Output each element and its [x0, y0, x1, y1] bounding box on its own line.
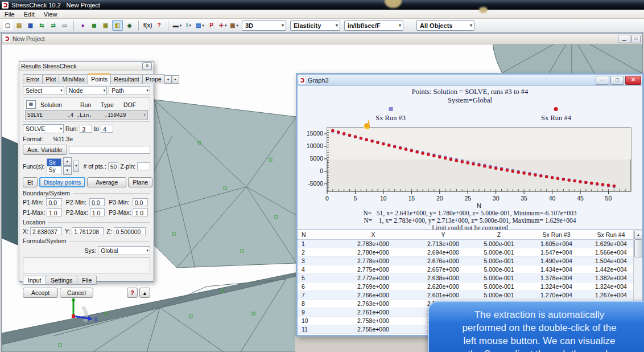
dimension-combo[interactable]: 3D▾ [242, 21, 286, 31]
pmax-field-2[interactable]: 1.0 [90, 208, 105, 216]
spinner-up-icon[interactable]: ▲ [63, 157, 72, 166]
shield-icon[interactable]: ◆ [125, 21, 134, 30]
table-row[interactable]: 42.775e+0002.657e+0005.000e-0011.434e+00… [298, 265, 642, 274]
bottom-tab-input[interactable]: Input [23, 276, 46, 285]
system-combo[interactable]: Global ▾ [98, 246, 150, 255]
graph-maximize-button[interactable]: □ [610, 76, 624, 85]
tab-minmax[interactable]: Min/Max [59, 74, 88, 84]
tab-scroll-left-icon[interactable]: ◂ [164, 75, 172, 84]
graph-minimize-button[interactable]: — [596, 76, 609, 85]
function-listbox[interactable]: SxSy [47, 158, 61, 174]
theory-combo[interactable]: Elasticity▾ [290, 21, 340, 31]
funcs-label: Func(s): [23, 163, 45, 170]
bottom-tab-file[interactable]: File [77, 276, 97, 285]
theory-combo-value: Elasticity [294, 22, 321, 29]
svg-text:5000: 5000 [310, 155, 324, 162]
scroll-thumb[interactable] [634, 239, 642, 257]
location-field-2[interactable]: 1.761208 [72, 227, 104, 235]
units-combo[interactable]: in/lbf/sec/F▾ [344, 21, 403, 31]
table-row[interactable]: 12.783e+0002.713e+0005.000e-0011.605e+00… [298, 240, 642, 248]
tab-scroll-right-icon[interactable]: ▸ [172, 75, 179, 84]
grid-icon[interactable]: ▦ [26, 100, 36, 109]
import-icon[interactable]: ⇄ [48, 21, 58, 30]
entity-combo[interactable]: Node▾ [66, 86, 108, 95]
table-row[interactable]: 22.780e+0002.694e+0005.000e-0011.547e+00… [298, 248, 642, 257]
help-icon[interactable]: ? [154, 21, 164, 30]
function-dropdown-button[interactable]: ▼ [73, 161, 80, 172]
table-row[interactable]: 52.772e+0002.638e+0005.000e-0011.378e+00… [298, 274, 642, 283]
mesh-icon[interactable]: ◼ [89, 21, 99, 30]
scatter-plot[interactable]: -500005000100001500005101520253035404550… [301, 124, 639, 210]
plane-button[interactable]: Plane [128, 177, 152, 187]
rotate-icon[interactable]: ✛▾ [218, 21, 228, 30]
minimize-button[interactable]: ▁ [618, 35, 630, 43]
function-item-sx[interactable]: Sx [47, 159, 61, 166]
method-combo[interactable]: Path▾ [109, 86, 150, 95]
open-folder-icon[interactable]: ▤ [14, 21, 24, 30]
origin-marker-icon [72, 314, 75, 318]
table-row[interactable]: 72.766e+0002.601e+0005.000e-0011.270e+00… [298, 291, 642, 300]
points-label-icon[interactable]: P [207, 21, 216, 30]
toolbar-separator [168, 21, 168, 31]
tab-error[interactable]: Error [23, 74, 43, 84]
objects-combo[interactable]: All Objects▾ [416, 21, 474, 31]
function-item-sy[interactable]: Sy [47, 166, 61, 174]
tab-points[interactable]: Points [88, 73, 111, 84]
scroll-up-icon[interactable]: ▲ [634, 231, 642, 239]
table-row[interactable]: 32.778e+0002.676e+0005.000e-0011.490e+00… [298, 257, 642, 265]
solution-record-combo[interactable]: SOLVE ,4 ,Lin. ,159429 ▾ [25, 110, 148, 120]
num-points-field[interactable]: 50 [108, 162, 119, 170]
export-icon[interactable]: ⇆ [37, 21, 47, 30]
average-button[interactable]: Average [87, 177, 126, 187]
aux-variable-button[interactable]: Aux. Variable [23, 145, 67, 155]
function-icon[interactable]: f(x) [143, 21, 152, 30]
pmin-field-2[interactable]: 0.0 [89, 198, 105, 206]
section-icon[interactable]: I▾ [184, 21, 193, 30]
pmin-field-1[interactable]: 0.0 [46, 198, 61, 206]
location-field-1[interactable]: 2.638037 [30, 227, 62, 235]
zpln-field[interactable] [137, 162, 150, 170]
menu-view[interactable]: View [44, 11, 57, 18]
accept-button[interactable]: Accept [23, 288, 58, 298]
location-field-3[interactable]: 0.500000 [114, 227, 146, 235]
spinner-down-icon[interactable]: ▼ [63, 166, 72, 175]
select-combo[interactable]: Select▾ [23, 86, 64, 95]
layers-icon[interactable]: ▧▾ [195, 21, 205, 30]
save-icon-glyph: ▦ [28, 21, 33, 30]
new-document-icon[interactable]: ▢ [3, 21, 13, 30]
box-select-icon[interactable]: ▣▾ [229, 21, 239, 30]
graph-close-button[interactable]: ✕ [625, 76, 641, 85]
menu-edit[interactable]: Edit [24, 11, 35, 18]
model-icon[interactable]: ● [78, 21, 88, 30]
legend-label: Sx Run #4 [541, 114, 571, 122]
new-project-title: New Project [13, 35, 45, 42]
svg-text:35: 35 [521, 195, 527, 202]
shield-icon-glyph: ◆ [127, 21, 132, 30]
aux-variable-field[interactable] [69, 146, 150, 154]
cancel-button[interactable]: Cancel [60, 288, 93, 298]
close-icon[interactable]: ✕ [142, 62, 152, 70]
print-icon[interactable]: ▭ [60, 21, 69, 30]
tab-plot[interactable]: Plot [42, 74, 59, 84]
check-model-icon[interactable]: ◧ [112, 20, 123, 31]
save-icon[interactable]: ▦ [26, 21, 35, 30]
table-row[interactable]: 62.769e+0002.620e+0005.000e-0011.324e+00… [298, 283, 642, 291]
display-options-icon[interactable]: ▬▾ [172, 21, 182, 30]
bottom-tab-settings[interactable]: Settings [46, 276, 77, 285]
solve-combo[interactable]: SOLVE ▾ [23, 124, 64, 133]
pmin-field-3[interactable]: 0.0 [133, 198, 148, 206]
toolbar-separator [73, 21, 74, 31]
et-button[interactable]: Et [23, 177, 38, 187]
display-points-button[interactable]: Display points [39, 177, 85, 187]
tab-resultant[interactable]: Resultant [110, 74, 142, 84]
run-to-field[interactable]: 4 [101, 125, 113, 133]
menu-file[interactable]: File [5, 11, 15, 18]
collapse-button[interactable]: ▴ [139, 288, 150, 298]
run-from-field[interactable]: 3 [80, 125, 92, 133]
help-button[interactable]: ? [127, 288, 137, 298]
load-icon[interactable]: ▣ [101, 21, 110, 30]
pmax-field-1[interactable]: 1.0 [47, 208, 62, 216]
tab-prope[interactable]: Prope [142, 74, 165, 84]
pmax-field-3[interactable]: 1.0 [133, 208, 148, 216]
maximize-button[interactable]: □ [631, 35, 641, 43]
